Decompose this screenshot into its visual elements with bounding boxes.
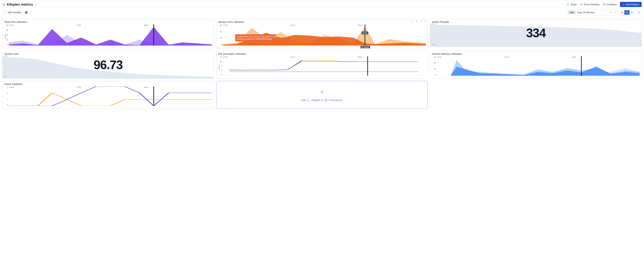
time-range-selector[interactable]: 15m Past 15 Minutes (566, 10, 618, 15)
chevron-down-icon[interactable] (35, 3, 37, 6)
y-axis: 6040200 (217, 24, 222, 46)
panel-title: Service CPU utilization (216, 19, 428, 24)
dashboard-grid: Total CPU utilization Percent 806040200 … (0, 17, 644, 111)
search-icon (638, 11, 640, 14)
pause-button[interactable] (624, 10, 630, 15)
panel-service-cpu[interactable]: Service CPU utilization 6040200 53.33 av… (216, 19, 428, 49)
overlays-icon (580, 3, 583, 6)
big-number: 334 (430, 19, 642, 47)
time-pill[interactable]: 15m (568, 11, 576, 14)
playback-controls (619, 10, 635, 15)
svg-line-20 (640, 13, 640, 13)
share-icon (566, 3, 569, 6)
panel-title: Active Pipelines (2, 81, 214, 86)
svg-marker-14 (622, 12, 623, 13)
help-icon[interactable]: ? (25, 11, 28, 14)
caret-down-icon[interactable] (614, 11, 616, 14)
panel-title: File Descriptor Utilization (216, 51, 428, 56)
chart-icon (307, 99, 310, 102)
dashboard-subheader: Add Variable ? 15m Past 15 Minutes (0, 8, 644, 17)
panel-title: Total CPU utilization (2, 19, 214, 24)
svg-point-19 (638, 12, 640, 13)
export-icon[interactable] (416, 20, 418, 23)
svg-point-3 (604, 4, 604, 5)
y-axis: 806040200 (3, 24, 8, 46)
gear-icon (603, 3, 606, 6)
big-number: 96.73 (2, 51, 214, 79)
add-variable-button[interactable]: Add Variable (2, 10, 23, 15)
svg-rect-16 (627, 12, 628, 13)
more-icon[interactable] (424, 20, 426, 23)
panel-fd-util[interactable]: File Descriptor Utilization Percent 1210… (216, 51, 428, 79)
svg-rect-45 (325, 99, 326, 100)
powerpack-icon (325, 99, 328, 102)
chart-plot (222, 56, 426, 76)
tooltip-marker (364, 29, 366, 30)
y-axis: 3020100 (430, 56, 436, 76)
svg-marker-13 (621, 12, 622, 13)
svg-point-28 (425, 21, 425, 22)
panel-system-load[interactable]: System load 14.3 0.9 96.73 (2, 51, 214, 79)
share-button[interactable]: Share (566, 3, 577, 6)
svg-marker-17 (631, 12, 632, 13)
filter-icon (4, 11, 7, 14)
rewind-button[interactable] (619, 10, 624, 15)
dashboard-title: K8splex metrics (7, 3, 33, 7)
placeholder-add: Add (301, 99, 306, 102)
panel-total-cpu[interactable]: Total CPU utilization Percent 806040200 … (2, 19, 214, 49)
search-button[interactable] (636, 10, 642, 15)
svg-point-27 (425, 21, 425, 21)
svg-marker-0 (3, 3, 5, 6)
panel-active-threads[interactable]: Active Threads 347.7 293.3 334 (430, 19, 642, 47)
placeholder-widgets: Widgets or (311, 99, 324, 102)
resize-handle[interactable] (217, 47, 218, 48)
plus-icon (622, 3, 625, 6)
svg-marker-2 (580, 4, 582, 5)
y-axis: 1210864 (217, 56, 222, 76)
plus-icon: + (320, 88, 324, 96)
dashboard-header: K8splex metrics Share Show Overlays Conf… (0, 0, 644, 8)
svg-line-25 (412, 22, 412, 22)
panel-actions (412, 20, 426, 23)
show-overlays-button[interactable]: Show Overlays (580, 3, 600, 6)
svg-marker-22 (9, 27, 212, 46)
tooltip-value: 53.33 (362, 32, 368, 34)
chart-plot (436, 56, 640, 76)
tooltip-time: 07:59:55 (360, 46, 370, 49)
edit-icon[interactable] (420, 20, 422, 23)
svg-rect-46 (326, 99, 327, 100)
expand-icon[interactable] (412, 20, 414, 23)
y-axis: 3210 (3, 87, 8, 106)
pin-icon[interactable] (610, 11, 612, 14)
svg-rect-48 (326, 100, 327, 101)
chart-plot (9, 87, 212, 106)
svg-marker-18 (632, 12, 633, 13)
svg-rect-47 (325, 100, 326, 101)
svg-rect-15 (626, 12, 627, 13)
panel-active-pipelines[interactable]: Active Pipelines 3210 07:5007:5508:00 (2, 81, 214, 109)
placeholder-powerpacks: Powerpacks (329, 99, 343, 102)
time-range-label: Past 15 Minutes (577, 11, 608, 14)
svg-point-29 (425, 22, 425, 22)
add-widgets-button[interactable]: Add Widgets (620, 2, 642, 7)
chart-plot (9, 24, 212, 46)
add-widget-placeholder[interactable]: + Add Widgets or Powerpacks (216, 81, 428, 109)
panel-title: Service Memory Utilization (430, 51, 642, 56)
tooltip-metric: avg:plexnode_cpu_process_load_pct{pod_na… (235, 34, 276, 41)
star-icon[interactable] (2, 3, 6, 6)
forward-button[interactable] (630, 10, 634, 15)
svg-line-24 (413, 21, 414, 21)
svg-text:?: ? (26, 11, 27, 13)
panel-mem-util[interactable]: Service Memory Utilization 3020100 07:50… (430, 51, 642, 79)
configure-button[interactable]: Configure (603, 3, 617, 6)
